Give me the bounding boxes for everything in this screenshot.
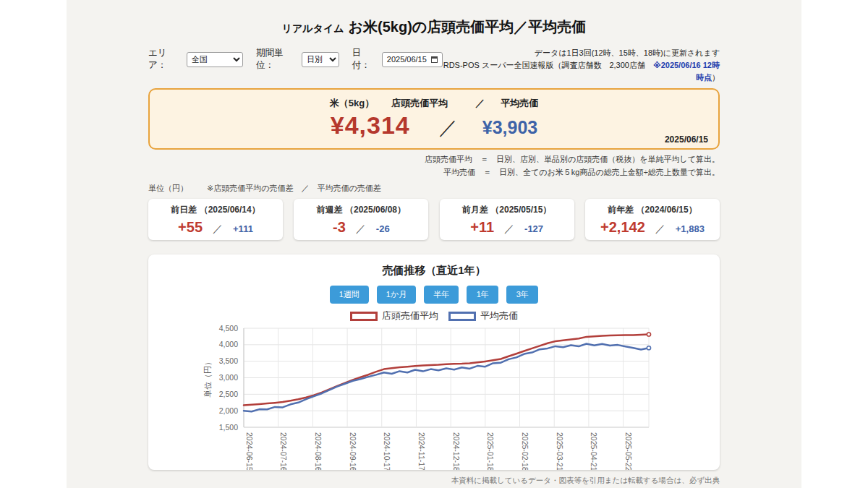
price-slash: ／	[439, 115, 458, 140]
range-button-1year[interactable]: 1年	[467, 286, 498, 304]
svg-text:2025-03-21: 2025-03-21	[556, 432, 564, 470]
range-button-1week[interactable]: 1週間	[330, 286, 369, 304]
source-note: RDS-POS スーパー全国速報版（調査店舗数 2,300店舗 ※2025/06…	[443, 59, 720, 84]
store-price-label: 店頭売価平均	[391, 97, 448, 110]
svg-text:2025-04-21: 2025-04-21	[590, 432, 598, 470]
chart-legend: 店頭売価平均 平均売価	[148, 309, 720, 322]
unit-label: 単位（円）	[148, 183, 188, 194]
date-value: 2025/06/15	[387, 55, 427, 64]
unit-note: 単位（円） ※店頭売価平均の売価差 ／ 平均売価の売価差	[148, 183, 720, 194]
avg-price-label: 平均売価	[501, 97, 538, 110]
diff-slash: ／	[213, 223, 223, 236]
diff-slash: ／	[504, 223, 514, 236]
svg-text:2025-02-18: 2025-02-18	[521, 432, 529, 470]
svg-text:4,500: 4,500	[219, 324, 238, 333]
trend-chart-svg: 1,5002,0002,5003,0003,5004,0004,5002024-…	[199, 324, 669, 470]
svg-text:2024-11-17: 2024-11-17	[417, 432, 426, 470]
product-label: 米（5kg）	[330, 97, 374, 110]
update-note: データは1日3回(12時、15時、18時)に更新されます	[443, 47, 720, 59]
price-date: 2025/06/15	[665, 134, 708, 145]
filter-bar: エリア： 全国 期間単位： 日別 日付： 2025/06/15 データは1日3回…	[148, 47, 720, 84]
diff-card-title: 前月差 （2025/05/15）	[444, 204, 570, 216]
diff-card-title: 前年差 （2024/06/15）	[590, 204, 715, 216]
area-label: エリア：	[148, 47, 181, 72]
definition-store-price: 店頭売価平均 ＝ 日別、店別、単品別の店頭売価（税抜）を単純平均して算出。	[148, 153, 720, 166]
price-labels: 米（5kg） 店頭売価平均 ／ 平均売価	[160, 97, 708, 110]
price-trend-chart: 1,5002,0002,5003,0003,5004,0004,5002024-…	[199, 324, 720, 470]
diff-main-value: -3	[333, 219, 346, 236]
diff-card-day: 前日差 （2025/06/14） +55／+111	[148, 199, 283, 240]
diff-slash: ／	[356, 223, 366, 236]
svg-text:3,500: 3,500	[219, 356, 238, 365]
svg-text:2,000: 2,000	[219, 406, 238, 415]
avg-price-value: ¥3,903	[482, 117, 537, 138]
definitions: 店頭売価平均 ＝ 日別、店別、単品別の店頭売価（税抜）を単純平均して算出。 平均…	[148, 153, 720, 179]
diff-main-value: +11	[470, 219, 494, 236]
page-title-main: お米(5kg)の店頭売価平均／平均売価	[349, 19, 587, 35]
area-select[interactable]: 全国	[187, 52, 243, 67]
report-page: リアルタイムお米(5kg)の店頭売価平均／平均売価 エリア： 全国 期間単位： …	[67, 0, 801, 488]
diff-sub-value: -127	[524, 223, 543, 234]
svg-text:2024-08-16: 2024-08-16	[314, 432, 323, 470]
calendar-icon[interactable]	[431, 56, 438, 63]
svg-text:2024-07-16: 2024-07-16	[279, 432, 288, 470]
diff-note: ※店頭売価平均の売価差 ／ 平均売価の売価差	[207, 183, 381, 194]
svg-text:2,500: 2,500	[219, 390, 238, 398]
range-button-3year[interactable]: 3年	[506, 286, 538, 304]
page-title: リアルタイムお米(5kg)の店頭売価平均／平均売価	[67, 0, 801, 37]
legend-swatch-red	[350, 312, 378, 321]
page-title-prefix: リアルタイム	[282, 22, 344, 34]
range-buttons: 1週間 1か月 半年 1年 3年	[148, 286, 720, 304]
svg-text:2025-05-22: 2025-05-22	[624, 432, 633, 470]
diff-card-month: 前月差 （2025/05/15） +11／-127	[440, 199, 574, 240]
diff-card-week: 前週差 （2025/06/08） -3／-26	[294, 199, 428, 240]
svg-text:1,500: 1,500	[219, 423, 238, 432]
label-slash: ／	[475, 97, 485, 110]
citation-note: 本資料に掲載しているデータ・図表等を引用または転載する場合は、必ず出典 （株式会…	[148, 474, 720, 488]
svg-text:3,000: 3,000	[219, 373, 238, 382]
diff-main-value: +55	[178, 219, 203, 236]
diff-slash: ／	[655, 223, 665, 236]
source-timestamp: ※2025/06/16 12時時点	[653, 61, 720, 82]
period-label: 期間単位：	[256, 47, 296, 72]
chart-title: 売価推移（直近1年）	[148, 264, 720, 278]
diff-sub-value: +111	[233, 223, 253, 234]
legend-avg-price[interactable]: 平均売価	[448, 309, 518, 322]
diff-sub-value: -26	[376, 223, 390, 234]
date-input[interactable]: 2025/06/15	[382, 52, 443, 67]
current-price-box: 米（5kg） 店頭売価平均 ／ 平均売価 ¥4,314 ／ ¥3,903 202…	[148, 88, 720, 150]
period-select[interactable]: 日別	[302, 52, 339, 67]
svg-text:単位（円）: 単位（円）	[203, 358, 212, 398]
definition-avg-price: 平均売価 ＝ 日別、全てのお米５kg商品の総売上金額÷総売上数量で算出。	[148, 166, 720, 179]
legend-swatch-blue	[448, 312, 476, 321]
range-button-1month[interactable]: 1か月	[377, 286, 416, 304]
range-button-6month[interactable]: 半年	[424, 286, 459, 304]
svg-text:2024-10-17: 2024-10-17	[383, 432, 391, 470]
diff-card-year: 前年差 （2024/06/15） +2,142／+1,883	[585, 199, 720, 240]
price-values: ¥4,314 ／ ¥3,903	[160, 111, 708, 140]
diff-card-title: 前週差 （2025/06/08）	[298, 204, 424, 216]
diff-cards: 前日差 （2025/06/14） +55／+111 前週差 （2025/06/0…	[148, 199, 720, 240]
diff-sub-value: +1,883	[676, 223, 705, 234]
trend-chart-card: 売価推移（直近1年） 1週間 1か月 半年 1年 3年 店頭売価平均 平均売価	[148, 254, 720, 470]
update-info: データは1日3回(12時、15時、18時)に更新されます RDS-POS スーパ…	[443, 47, 720, 84]
svg-text:2025-01-18: 2025-01-18	[486, 432, 495, 470]
svg-text:2024-09-16: 2024-09-16	[349, 432, 357, 470]
legend-store-price[interactable]: 店頭売価平均	[350, 309, 438, 322]
date-label: 日付：	[352, 47, 376, 72]
svg-text:2024-06-15: 2024-06-15	[245, 432, 254, 470]
diff-main-value: +2,142	[600, 219, 645, 236]
svg-text:4,000: 4,000	[219, 341, 238, 349]
store-price-value: ¥4,314	[331, 111, 410, 140]
svg-text:2024-12-18: 2024-12-18	[452, 432, 461, 470]
diff-card-title: 前日差 （2025/06/14）	[153, 204, 278, 216]
